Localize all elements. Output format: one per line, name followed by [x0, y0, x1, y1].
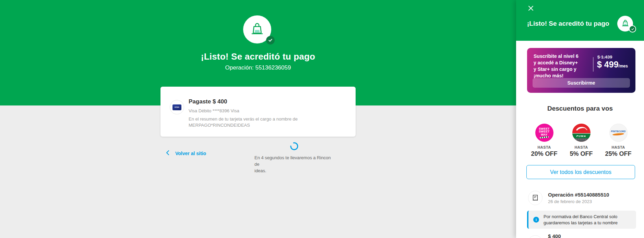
operation-id: Operación #55140885510: [548, 192, 609, 198]
divider: [593, 57, 594, 72]
operation-date: 26 de febrero de 2023: [548, 199, 609, 204]
info-icon: i: [533, 217, 539, 223]
chevron-left-icon: [166, 150, 169, 157]
promo-period: /mes: [619, 64, 628, 68]
amount-paid: Pagaste $ 400: [189, 98, 298, 105]
statement-note-line2: MERPAGO*RINCONDEIDEAS: [189, 122, 298, 128]
shopping-bag-icon: [249, 21, 265, 38]
redirect-message: En 4 segundos te llevaremos a Rincon de …: [254, 154, 334, 174]
drawer-title: ¡Listo! Se acreditó tu pago: [527, 20, 609, 27]
see-all-discounts-button[interactable]: Ver todos los descuentos: [526, 165, 635, 179]
operation-number: Operación: 55136236059: [0, 64, 516, 71]
close-icon[interactable]: [527, 4, 535, 12]
pintecord-logo: PINTECORD: [609, 124, 628, 142]
discount-value: 20% OFF: [531, 150, 557, 158]
main-content: ¡Listo! Se acreditó tu pago Operación: 5…: [0, 0, 516, 238]
central-bank-notice: i Por normativa del Banco Central solo g…: [527, 211, 636, 229]
back-to-site-link[interactable]: Volver al sitio: [166, 150, 206, 157]
payment-summary-card: VISA Pagaste $ 400 Visa Débito ****8396 …: [160, 87, 356, 137]
visa-card-icon: VISA: [170, 100, 184, 114]
discounts-heading: Descuentos para vos: [516, 105, 644, 112]
payment-success-page: ¡Listo! Se acreditó tu pago Operación: 5…: [0, 0, 644, 238]
back-to-site-label: Volver al sitio: [175, 151, 206, 156]
discount-value: 5% OFF: [570, 150, 593, 158]
discount-upto-label: HASTA: [574, 145, 588, 149]
discount-item-sweet-sweet-way[interactable]: SWEET SWEET WAY HASTA 20% OFF: [527, 124, 561, 158]
amount-detail-row: $ 400: [528, 233, 561, 238]
redirect-countdown: En 4 segundos te llevaremos a Rincon de …: [254, 142, 334, 174]
congrats-drawer: ¡Listo! Se acreditó tu pago: [516, 0, 644, 238]
drawer-header: ¡Listo! Se acreditó tu pago: [516, 0, 644, 41]
puma-energy-logo: PUMA • • • • •: [572, 124, 591, 142]
check-icon: [266, 36, 275, 45]
discounts-row: SWEET SWEET WAY HASTA 20% OFF PU: [527, 124, 635, 158]
discount-upto-label: HASTA: [611, 145, 625, 149]
sweet-sweet-way-logo: SWEET SWEET WAY: [535, 124, 553, 142]
statement-note: En el resumen de tu tarjeta verás el car…: [189, 116, 298, 128]
visa-logo: VISA: [172, 104, 181, 110]
promo-old-price: $ 1.439: [597, 54, 612, 60]
discount-upto-label: HASTA: [537, 145, 551, 149]
statement-note-line1: En el resumen de tu tarjeta verás el car…: [189, 116, 298, 122]
payment-details: Pagaste $ 400 Visa Débito ****8396 Visa …: [189, 98, 298, 128]
operation-texts: Operación #55140885510 26 de febrero de …: [548, 191, 609, 205]
check-icon: [629, 25, 636, 33]
payment-method: Visa Débito ****8396 Visa: [189, 108, 298, 113]
shopping-bag-badge: [243, 15, 271, 43]
discount-value: 25% OFF: [605, 150, 631, 158]
page-title: ¡Listo! Se acreditó tu pago: [0, 51, 516, 62]
receipt-icon: [528, 191, 542, 205]
puma-energy-dots: • • • • •: [572, 138, 591, 142]
discount-item-puma[interactable]: PUMA • • • • • HASTA 5% OFF: [564, 124, 598, 158]
amount-icon: [528, 235, 542, 238]
promo-price: $ 499/mes: [597, 60, 628, 70]
discount-item-pintecord[interactable]: PINTECORD HASTA 25% OFF: [601, 124, 635, 158]
puma-cat-graphic: [572, 124, 591, 133]
candy-canes-graphic: [540, 136, 549, 139]
subscription-promo-banner: Suscribite al nivel 6 y accedé a Disney+…: [527, 48, 635, 93]
pintecord-swoosh-graphic: [612, 133, 624, 136]
notice-message: Por normativa del Banco Central solo gua…: [544, 214, 618, 226]
promo-message: Suscribite al nivel 6 y accedé a Disney+…: [534, 53, 579, 79]
shopping-bag-icon: [621, 18, 630, 29]
operation-detail-row: Operación #55140885510 26 de febrero de …: [528, 191, 609, 205]
loading-spinner-icon: [290, 142, 299, 152]
amount-value: $ 400: [548, 233, 561, 238]
subscribe-button[interactable]: Suscribirme: [533, 78, 630, 88]
